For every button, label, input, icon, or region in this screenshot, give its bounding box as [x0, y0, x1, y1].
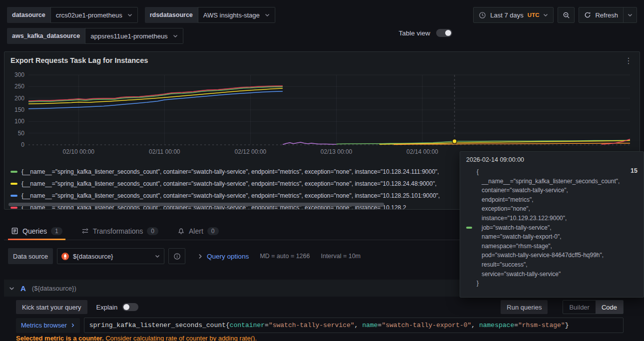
tooltip-labels: {__name__="spring_kafka_listener_seconds… — [477, 167, 626, 288]
legend-series-label: {__name__="spring_kafka_listener_seconds… — [21, 192, 440, 199]
tab-transformations-count: 0 — [147, 227, 158, 235]
max-data-points-summary: MD = auto = 1266 — [260, 253, 310, 260]
interval-summary: Interval = 10m — [321, 253, 361, 260]
chevron-down-icon — [127, 12, 132, 17]
warning-rest: Consider calculating rate of counter by … — [104, 335, 257, 341]
time-range-label: Last 7 days — [490, 11, 524, 19]
svg-text:02/12 00:00: 02/12 00:00 — [235, 148, 267, 155]
chevron-down-icon — [173, 33, 178, 38]
query-toolbar-right: Run queries Builder Code — [501, 300, 624, 314]
angle-right-icon — [70, 323, 75, 328]
refresh-label: Refresh — [595, 11, 618, 19]
builder-mode-option[interactable]: Builder — [563, 301, 595, 314]
svg-text:300: 300 — [14, 71, 24, 78]
chevron-down-icon — [9, 286, 14, 291]
query-code-row: Metrics browser spring_kafka_listener_se… — [16, 318, 624, 333]
svg-text:0: 0 — [21, 141, 24, 148]
tab-alert[interactable]: Alert 0 — [174, 222, 221, 240]
chevron-down-icon — [543, 12, 548, 17]
panel-menu-kebab-icon[interactable]: ⋮ — [622, 55, 636, 66]
tooltip-label-line: service="swatch-tally-service" — [477, 270, 626, 279]
tooltip-label-line: { — [477, 167, 626, 177]
promql-code-editor[interactable]: spring_kafka_listener_seconds_count{cont… — [84, 318, 624, 333]
tooltip-value: 15 — [631, 167, 638, 288]
queries-icon — [11, 227, 18, 235]
angle-right-icon[interactable] — [197, 254, 203, 259]
datasource-row: Data source ${datasource} Query options … — [8, 248, 361, 264]
dashboard-variables-row2: aws_kafka_datasource appsres11ue1-promet… — [7, 28, 183, 44]
query-toolbar-left: Kick start your query Explain — [16, 300, 138, 314]
magnifier-minus-icon — [563, 11, 570, 19]
tooltip-label-line: instance="10.129.23.122:9000", — [477, 214, 626, 223]
svg-text:02/10 00:00: 02/10 00:00 — [63, 148, 95, 155]
tooltip-label-line: __name__="spring_kafka_listener_seconds_… — [477, 177, 626, 186]
tooltip-label-line: pod="swatch-tally-service-84647dcff5-hq9… — [477, 251, 626, 260]
variable-rdsdatasource-dropdown[interactable]: AWS insights-stage — [198, 7, 275, 23]
metrics-browser-label: Metrics browser — [21, 322, 67, 329]
legend-series-marker — [10, 171, 17, 173]
tab-transformations[interactable]: Transformations 0 — [78, 222, 161, 240]
legend-series-marker — [10, 195, 17, 197]
refresh-icon — [584, 11, 591, 18]
tooltip-label-line: namespace="rhsm-stage", — [477, 242, 626, 251]
timeseries-chart[interactable]: 05010015020025030002/10 00:0002/11 00:00… — [6, 70, 635, 156]
variable-datasource-label: datasource — [7, 7, 50, 23]
tooltip-label-line: exception="none", — [477, 204, 626, 214]
svg-text:100: 100 — [14, 118, 24, 125]
variable-rdsdatasource-value: AWS insights-stage — [203, 11, 260, 19]
tooltip-label-line: } — [477, 279, 626, 288]
variable-datasource-dropdown[interactable]: crcs02ue1-prometheus — [50, 7, 138, 23]
tab-queries[interactable]: Queries 1 — [8, 222, 65, 240]
refresh-button[interactable]: Refresh — [579, 7, 637, 23]
variable-datasource-value: crcs02ue1-prometheus — [56, 11, 122, 19]
legend-series-marker — [10, 183, 17, 185]
svg-text:250: 250 — [14, 83, 24, 90]
time-controls: Last 7 days UTC Refresh — [473, 7, 637, 23]
table-view-toggle[interactable] — [436, 29, 452, 37]
explain-toggle[interactable] — [122, 303, 138, 311]
tooltip-timestamp: 2026-02-14 09:00:00 — [466, 156, 638, 163]
refresh-interval-dropdown[interactable] — [623, 7, 637, 22]
kick-start-query-button[interactable]: Kick start your query — [16, 300, 87, 314]
legend-series-label: {__name__="spring_kafka_listener_seconds… — [21, 180, 437, 187]
variable-aws-kafka-datasource: aws_kafka_datasource appsres11ue1-promet… — [7, 28, 183, 44]
panel-title: Export Requests Task Lag for Instances — [10, 56, 148, 64]
chevron-down-icon — [265, 12, 270, 17]
zoom-out-time-button[interactable] — [558, 7, 575, 23]
legend-series-marker — [10, 207, 17, 209]
datasource-help-button[interactable] — [168, 248, 185, 264]
metrics-browser-button[interactable]: Metrics browser — [16, 318, 80, 333]
datasource-picker[interactable]: ${datasource} — [57, 248, 164, 264]
code-mode-option[interactable]: Code — [596, 301, 623, 314]
time-range-picker[interactable]: Last 7 days UTC — [473, 7, 554, 23]
chart-tooltip: 2026-02-14 09:00:00 {__name__="spring_ka… — [460, 151, 644, 298]
variable-aws-kafka-label: aws_kafka_datasource — [7, 28, 85, 44]
variable-rdsdatasource: rdsdatasource AWS insights-stage — [145, 7, 275, 23]
svg-text:02/14 00:00: 02/14 00:00 — [407, 148, 439, 155]
query-options-toggle[interactable]: Query options — [207, 253, 249, 260]
run-queries-button[interactable]: Run queries — [501, 300, 548, 314]
tab-queries-label: Queries — [22, 227, 47, 235]
alert-bell-icon — [177, 227, 185, 235]
tooltip-label-line: endpoint="metrics", — [477, 195, 626, 205]
query-row-datasource: (${datasource}) — [32, 285, 76, 292]
tab-transformations-label: Transformations — [93, 227, 143, 235]
editor-mode-switch: Builder Code — [563, 300, 624, 314]
timezone-label: UTC — [528, 12, 540, 18]
legend-horizontal-scrollbar[interactable] — [8, 203, 384, 206]
query-refid[interactable]: A — [20, 284, 26, 293]
tab-queries-count: 1 — [51, 227, 62, 235]
variable-aws-kafka-dropdown[interactable]: appsres11ue1-prometheus — [85, 28, 183, 44]
svg-text:02/11 00:00: 02/11 00:00 — [149, 148, 180, 155]
table-view-label: Table view — [399, 29, 430, 37]
counter-warning-text: Selected metric is a counter. Consider c… — [16, 335, 257, 341]
variable-datasource: datasource crcs02ue1-prometheus — [7, 7, 138, 23]
tab-alert-count: 0 — [207, 227, 219, 235]
clock-icon — [479, 11, 486, 19]
explain-label: Explain — [96, 304, 118, 311]
legend-series-label: {__name__="spring_kafka_listener_seconds… — [21, 168, 439, 175]
transformations-icon — [81, 227, 89, 235]
table-view-control: Table view — [399, 29, 452, 37]
tooltip-label-line: result="success", — [477, 260, 626, 270]
chevron-down-icon — [155, 254, 160, 259]
